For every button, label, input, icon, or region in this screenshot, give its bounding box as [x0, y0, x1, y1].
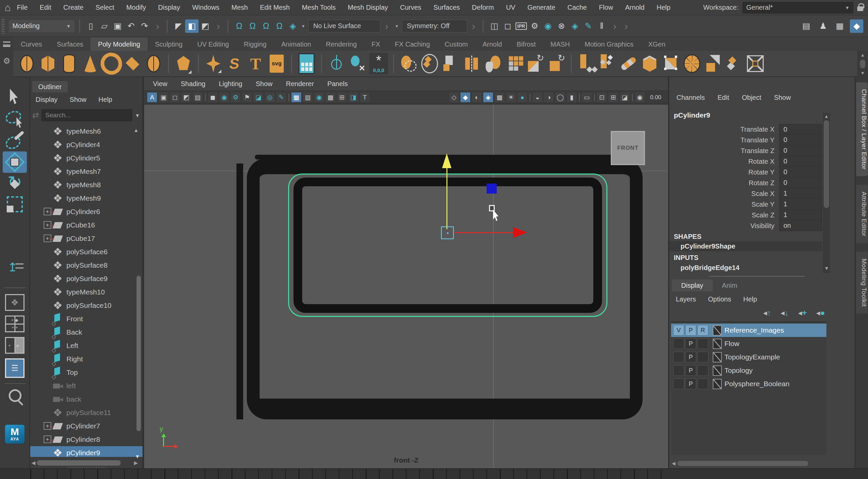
menu-item[interactable]: UV: [506, 4, 516, 11]
gear-icon[interactable]: ⚙: [3, 57, 10, 65]
live-surface-field[interactable]: No Live Surface: [308, 20, 380, 33]
layer-playback-toggle[interactable]: P: [685, 352, 696, 363]
hypershade-icon[interactable]: ◉: [541, 20, 555, 33]
shelf-separator[interactable]: [291, 54, 292, 73]
undo-icon[interactable]: ↶: [124, 20, 138, 33]
show-manipulator-icon[interactable]: [327, 53, 346, 74]
layer-reference-toggle[interactable]: [697, 338, 708, 349]
shelf-tab[interactable]: Motion Graphics: [577, 37, 641, 51]
menu-item[interactable]: Generate: [527, 4, 555, 11]
channel-value-field[interactable]: 0: [779, 177, 822, 188]
camera-attributes-icon[interactable]: ⚙: [230, 92, 241, 103]
snap-options-caret[interactable]: ▾: [300, 20, 307, 33]
bridge-icon[interactable]: [619, 53, 638, 74]
outliner-item[interactable]: + typeMesh10: [30, 285, 143, 299]
outliner-menu-item[interactable]: Display: [36, 96, 58, 103]
channel-label[interactable]: Translate Y: [669, 136, 779, 144]
layer-visible-toggle[interactable]: [673, 378, 684, 389]
modeling-toolkit-toggle[interactable]: ◆: [850, 20, 863, 33]
menu-item[interactable]: Edit: [39, 4, 51, 11]
outliner-item[interactable]: + Left: [30, 339, 143, 352]
symmetry-field[interactable]: Symmetry: Off: [402, 20, 467, 33]
outliner-item[interactable]: + pCylinder6: [30, 205, 143, 218]
layer-swatch[interactable]: [713, 379, 722, 389]
layer-editor-menu-item[interactable]: Options: [708, 296, 731, 303]
single-pane-layout-icon[interactable]: [5, 294, 25, 311]
selected-object-outline[interactable]: [288, 173, 608, 317]
shelf-tab[interactable]: Bifrost: [509, 37, 543, 51]
svg-tool-icon[interactable]: [267, 53, 286, 74]
camera-lock-icon[interactable]: ◉: [219, 92, 229, 103]
poly-cube-icon[interactable]: [38, 53, 57, 74]
selection-preview-icon[interactable]: ▭: [582, 92, 592, 103]
layer-swatch[interactable]: [713, 325, 722, 336]
rotate-tool-icon[interactable]: [4, 175, 26, 194]
select-tool-icon[interactable]: [4, 87, 26, 106]
channel-value-field[interactable]: 1: [779, 188, 822, 199]
film-strip-icon[interactable]: ▥: [303, 92, 313, 103]
grease-pencil-icon[interactable]: ✎: [276, 92, 286, 103]
make-live-icon[interactable]: ◈: [286, 20, 300, 33]
outliner-item[interactable]: + pCylinder4: [30, 138, 143, 151]
shelf-tab[interactable]: FX Caching: [388, 37, 437, 51]
outliner-scrollbar-thumb[interactable]: [136, 276, 141, 431]
channel-box-menu-item[interactable]: Edit: [718, 94, 729, 102]
outliner-item[interactable]: + typeMesh9: [30, 192, 143, 205]
menu-item[interactable]: Modify: [126, 4, 146, 11]
attribute-editor-toggle[interactable]: ▤: [800, 20, 813, 33]
outliner-item[interactable]: + polySurface9: [30, 272, 143, 285]
display-ball-icon[interactable]: ◉: [314, 92, 324, 103]
viewport-menu-item[interactable]: Lighting: [219, 80, 242, 88]
viewport-menu-item[interactable]: Show: [255, 80, 272, 88]
outliner-menu-item[interactable]: Show: [70, 96, 87, 103]
channel-scrollbar[interactable]: ▲: [823, 113, 830, 273]
search-icon[interactable]: [4, 388, 26, 407]
motion-blur-icon[interactable]: ◑: [544, 92, 554, 103]
layer-visible-toggle[interactable]: [673, 352, 684, 363]
anti-aliasing-icon[interactable]: ◯: [555, 92, 565, 103]
grid-icon[interactable]: ▦: [291, 92, 302, 103]
layer-row[interactable]: P TopologyExample: [671, 350, 827, 364]
xray-joints-icon[interactable]: ⊞: [608, 92, 618, 103]
new-empty-layer-icon[interactable]: ◂+: [798, 308, 807, 317]
shelf-scroll-down-icon[interactable]: ▼: [860, 70, 865, 76]
layer-row[interactable]: P Polysphere_Boolean: [671, 377, 827, 390]
save-scene-icon[interactable]: ▣: [111, 20, 124, 33]
render-settings-icon[interactable]: ⚙: [528, 20, 541, 33]
super-shape-icon[interactable]: [204, 53, 223, 74]
menu-item[interactable]: Curves: [400, 4, 421, 11]
channel-value-field[interactable]: 1: [779, 210, 822, 220]
poly-disc-icon[interactable]: [144, 53, 163, 74]
ambient-occlusion-icon[interactable]: ◒: [532, 92, 542, 103]
layer-playback-toggle[interactable]: P: [685, 325, 696, 336]
render-sequence-icon[interactable]: ◈: [568, 20, 582, 33]
combine-icon[interactable]: [399, 53, 418, 74]
menu-item[interactable]: Edit Mesh: [260, 4, 290, 11]
outliner-item[interactable]: + pCylinder5: [30, 151, 143, 165]
boolean-icon[interactable]: [441, 53, 460, 74]
shelf-tab[interactable]: UV Editing: [190, 37, 237, 51]
outliner-item[interactable]: + left: [30, 379, 143, 392]
move-layer-down-icon[interactable]: ◂↓: [780, 308, 788, 317]
xray-icon[interactable]: ⊡: [597, 92, 607, 103]
select-component-icon[interactable]: ◩: [198, 20, 212, 33]
symmetry-caret[interactable]: ▾: [393, 20, 400, 33]
wireframe-on-shaded-icon[interactable]: ◐: [471, 92, 482, 103]
film-gate-icon[interactable]: ▣: [158, 92, 169, 103]
outliner-item[interactable]: + typeMesh7: [30, 165, 143, 178]
shape-row[interactable]: pCylinder9Shape: [669, 241, 822, 251]
channel-label[interactable]: Rotate X: [669, 158, 779, 166]
render-current-frame-icon[interactable]: ◻: [501, 20, 515, 33]
toolbar-separator[interactable]: [631, 92, 633, 103]
layer-editor-menu-item[interactable]: Help: [743, 296, 757, 303]
move-manipulator-y-axis[interactable]: [446, 168, 447, 229]
outliner-item[interactable]: + polySurface6: [30, 245, 143, 259]
lock-icon[interactable]: [857, 6, 863, 11]
shelf-tab[interactable]: Poly Modeling: [91, 37, 148, 51]
isolate-select-icon[interactable]: ⊞: [337, 92, 347, 103]
scroll-down-icon[interactable]: ▼: [824, 265, 829, 271]
aperture-icon[interactable]: ◉: [634, 92, 645, 103]
layer-editor-tab[interactable]: Anim: [713, 279, 747, 292]
shelf-scroll-up-icon[interactable]: ▲: [860, 52, 865, 58]
poly-plane-icon[interactable]: [123, 53, 142, 74]
